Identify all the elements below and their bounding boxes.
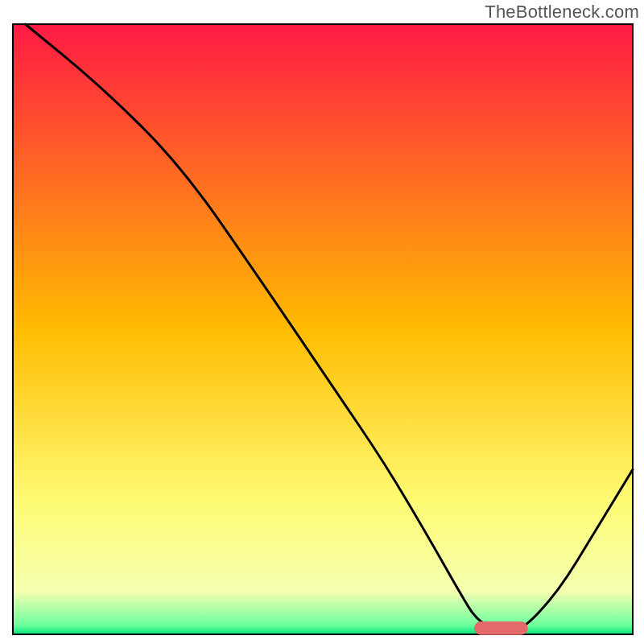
chart-frame: TheBottleneck.com <box>0 0 644 644</box>
gradient-background <box>13 24 633 634</box>
watermark-text: TheBottleneck.com <box>485 2 639 23</box>
bottleneck-chart <box>0 0 644 644</box>
